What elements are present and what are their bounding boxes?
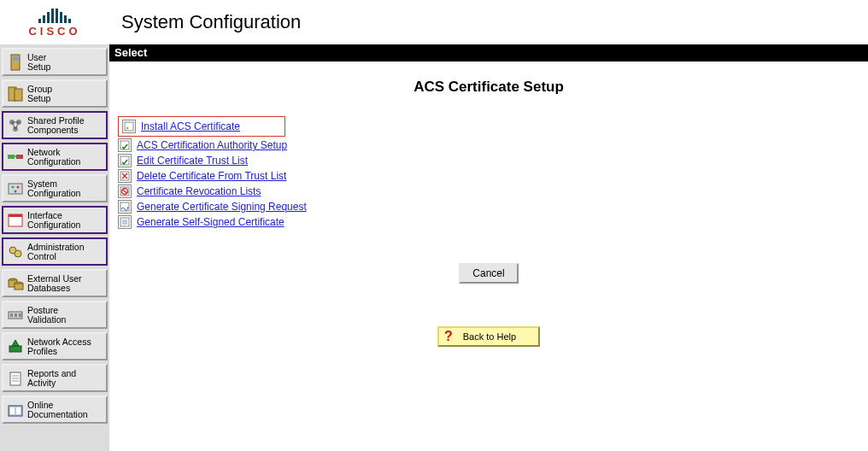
self-icon <box>118 215 132 229</box>
svg-rect-29 <box>16 407 21 414</box>
sidebar-item-group[interactable]: Group Setup <box>2 79 108 108</box>
docs-icon <box>3 397 27 422</box>
svg-rect-7 <box>8 155 15 159</box>
sidebar-item-docs[interactable]: Online Documentation <box>2 395 108 424</box>
sidebar-item-network[interactable]: Network Configuration <box>2 143 108 171</box>
cert-link-list: Install ACS CertificateACS Certification… <box>118 116 868 229</box>
cert-link-row: Generate Certificate Signing Request <box>118 200 868 214</box>
reports-icon <box>3 366 27 390</box>
cisco-logo: CISCO <box>0 0 109 44</box>
network-icon <box>3 144 27 169</box>
sidebar-item-profiles[interactable]: Network Access Profiles <box>2 332 108 360</box>
sidebar-item-label: User Setup <box>27 53 106 72</box>
svg-rect-3 <box>15 89 22 101</box>
cert-link[interactable]: Generate Certificate Signing Request <box>137 201 307 213</box>
edit-icon <box>118 154 132 167</box>
svg-rect-1 <box>13 56 18 61</box>
cert-link[interactable]: Generate Self-Signed Certificate <box>137 216 284 228</box>
svg-rect-30 <box>125 122 133 131</box>
sidebar-item-label: Group Setup <box>27 85 106 103</box>
sidebar-item-label: Posture Validation <box>27 306 106 325</box>
back-to-help-label: Back to Help <box>463 331 516 342</box>
cert-link-row: Generate Self-Signed Certificate <box>118 215 868 229</box>
cert-link[interactable]: Delete Certificate From Trust List <box>137 170 286 182</box>
svg-rect-22 <box>10 313 13 317</box>
sidebar-item-shared[interactable]: Shared Profile Components <box>2 111 108 139</box>
sidebar-item-interface[interactable]: Interface Configuration <box>2 206 108 234</box>
sidebar-item-label: Reports and Activity <box>27 369 106 388</box>
sidebar-item-label: Shared Profile Components <box>27 116 106 135</box>
posture-icon <box>3 302 27 327</box>
page-title: System Configuration <box>109 0 868 44</box>
profiles-icon <box>3 334 27 359</box>
sidebar-item-admin[interactable]: Administration Control <box>2 237 108 266</box>
select-bar: Select <box>109 44 868 62</box>
sidebar: User SetupGroup SetupShared Profile Comp… <box>0 44 109 451</box>
sidebar-item-label: System Configuration <box>27 179 106 198</box>
cert-link[interactable]: Certificate Revocation Lists <box>137 185 261 197</box>
sidebar-item-db[interactable]: External User Databases <box>2 269 108 297</box>
svg-rect-39 <box>122 220 127 225</box>
user-icon <box>3 50 27 74</box>
svg-rect-24 <box>19 313 21 317</box>
sidebar-item-label: External User Databases <box>27 274 106 293</box>
cert-link[interactable]: Install ACS Certificate <box>141 120 240 132</box>
svg-point-10 <box>12 185 15 188</box>
sidebar-item-label: Network Configuration <box>27 148 106 167</box>
content-title: ACS Certificate Setup <box>109 79 868 96</box>
svg-rect-23 <box>15 313 17 317</box>
cisco-wordmark: CISCO <box>28 25 80 38</box>
cert-link-row: ACS Certification Authority Setup <box>118 138 868 152</box>
sidebar-item-user[interactable]: User Setup <box>2 48 108 76</box>
question-mark-icon: ? <box>444 331 453 343</box>
cert-a-icon <box>118 138 132 152</box>
svg-point-31 <box>126 127 129 130</box>
sidebar-item-label: Online Documentation <box>27 401 106 419</box>
cert-link[interactable]: Edit Certificate Trust List <box>137 155 248 167</box>
cancel-button[interactable]: Cancel <box>459 263 518 284</box>
svg-rect-8 <box>16 155 23 159</box>
cert-link[interactable]: ACS Certification Authority Setup <box>137 139 287 151</box>
sign-icon <box>118 200 132 214</box>
cisco-bars-icon <box>38 8 71 23</box>
svg-point-11 <box>17 185 20 188</box>
cert-link-row: Install ACS Certificate <box>118 116 285 137</box>
svg-point-16 <box>15 250 21 257</box>
system-icon <box>3 176 27 201</box>
svg-point-12 <box>15 190 17 192</box>
cert-link-row: Edit Certificate Trust List <box>118 154 868 167</box>
back-to-help-button[interactable]: ? Back to Help <box>437 326 540 347</box>
revoke-icon <box>118 184 132 198</box>
svg-rect-28 <box>10 407 15 414</box>
admin-icon <box>3 239 27 264</box>
cert-icon <box>122 120 136 133</box>
sidebar-item-reports[interactable]: Reports and Activity <box>2 364 108 392</box>
sidebar-item-label: Interface Configuration <box>27 211 106 230</box>
sidebar-item-system[interactable]: System Configuration <box>2 174 108 202</box>
cert-link-row: Certificate Revocation Lists <box>118 184 868 198</box>
content-area: ACS Certificate Setup Install ACS Certif… <box>109 62 868 451</box>
delete-icon <box>118 169 132 183</box>
svg-rect-14 <box>9 214 22 217</box>
shared-icon <box>3 113 27 138</box>
interface-icon <box>3 208 27 232</box>
sidebar-item-label: Administration Control <box>27 243 106 261</box>
svg-rect-20 <box>15 284 23 290</box>
cert-link-row: Delete Certificate From Trust List <box>118 169 868 183</box>
db-icon <box>3 271 27 296</box>
sidebar-item-label: Network Access Profiles <box>27 337 106 356</box>
sidebar-item-posture[interactable]: Posture Validation <box>2 301 108 329</box>
svg-rect-25 <box>9 346 21 352</box>
group-icon <box>3 81 27 106</box>
